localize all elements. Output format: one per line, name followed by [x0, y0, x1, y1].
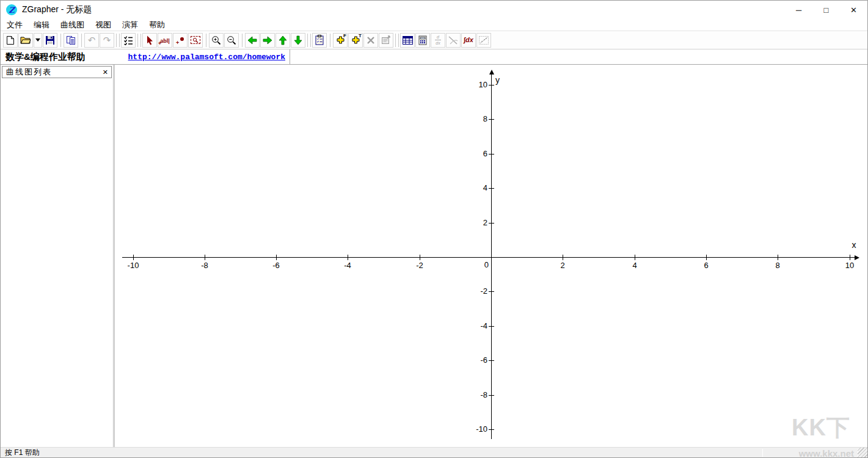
curve-properties-button[interactable] — [379, 33, 393, 48]
y-tick-label: -2 — [469, 286, 487, 296]
graph-properties-button[interactable] — [312, 33, 327, 48]
x-tick-label: -8 — [194, 261, 216, 270]
zoom-in-icon — [211, 35, 221, 45]
ad-banner-spacer — [290, 49, 867, 64]
menu-edit[interactable]: 编辑 — [28, 19, 55, 31]
open-file-button[interactable] — [18, 33, 33, 48]
label-tool-button[interactable]: abl| + — [158, 33, 172, 48]
plot-area[interactable]: KK下载 xy-10-8-6-4-2246810-10-8-6-4-224681… — [115, 65, 867, 447]
x-tick — [850, 255, 850, 260]
zoom-out-icon — [227, 35, 236, 45]
curve-list-panel: 曲线图列表 ✕ — [1, 65, 113, 447]
pan-right-button[interactable] — [260, 33, 275, 48]
menu-view[interactable]: 视图 — [90, 19, 117, 31]
pan-up-button[interactable] — [275, 33, 290, 48]
curve-list[interactable] — [1, 78, 113, 447]
menu-graph[interactable]: 曲线图 — [55, 19, 90, 31]
toolbar-separator — [116, 34, 117, 47]
point-tool-icon: + — [176, 36, 184, 45]
toolbar-separator — [310, 34, 311, 47]
panel-close-icon[interactable]: ✕ — [103, 69, 108, 76]
x-tick-label: 6 — [695, 261, 717, 270]
y-tick-label: -6 — [469, 355, 487, 365]
x-axis-label: x — [848, 240, 860, 250]
zoom-region-icon — [191, 36, 200, 44]
undo-button[interactable]: ↶ — [84, 33, 99, 48]
watermark-logo: KK下载 — [792, 412, 867, 447]
close-button[interactable]: ✕ — [840, 1, 867, 19]
zoom-in-button[interactable] — [209, 33, 224, 48]
x-tick — [420, 255, 420, 260]
y-tick — [489, 326, 494, 327]
calculator-button[interactable] — [415, 33, 430, 48]
ad-banner: 数学&编程作业帮助 http://www.palamsoft.com/homew… — [1, 49, 867, 65]
integral-button[interactable]: ∫dx — [461, 33, 476, 48]
toolbar: ↶ ↷ abl| + — [1, 31, 867, 49]
regression-button[interactable] — [476, 33, 491, 48]
curve-list-panel-title: 曲线图列表 — [6, 67, 52, 78]
copy-button[interactable] — [64, 33, 78, 48]
save-icon — [45, 35, 55, 45]
minimize-button[interactable]: ─ — [785, 1, 812, 19]
checklist-icon — [123, 35, 133, 45]
x-tick-label: -10 — [122, 261, 144, 270]
add-function-badge: F — [343, 34, 346, 38]
curve-list-button[interactable] — [121, 33, 136, 48]
redo-icon: ↷ — [103, 35, 111, 45]
y-tick-label: 4 — [469, 183, 487, 192]
y-tick-label: 8 — [469, 114, 487, 123]
y-axis-label: y — [495, 75, 500, 85]
y-tick — [489, 360, 494, 361]
new-file-button[interactable] — [3, 33, 18, 48]
zoom-out-button[interactable] — [224, 33, 239, 48]
arrow-up-icon — [278, 35, 288, 45]
save-button[interactable] — [43, 33, 57, 48]
y-tick — [489, 154, 494, 154]
derivative-button[interactable]: d dx — [431, 33, 445, 48]
add-table-badge: T — [359, 34, 362, 38]
window-controls: ─ □ ✕ — [785, 1, 867, 19]
select-tool-button[interactable] — [142, 33, 157, 48]
toolbar-separator — [140, 34, 141, 47]
ad-banner-link[interactable]: http://www.palamsoft.com/homework — [128, 53, 285, 62]
add-function-button[interactable]: F — [333, 33, 348, 48]
regression-icon — [479, 36, 489, 45]
toolbar-separator — [307, 34, 308, 47]
resize-grip[interactable] — [858, 448, 867, 457]
x-tick-label: -4 — [337, 261, 359, 270]
pan-down-button[interactable] — [291, 33, 305, 48]
y-tick-label: -10 — [469, 424, 487, 434]
x-tick — [778, 255, 778, 260]
main-area: 曲线图列表 ✕ KK下载 xy-10-8-6-4-2246810-10-8-6-… — [1, 65, 867, 447]
toolbar-separator — [330, 34, 330, 47]
app-icon[interactable]: Z — [6, 4, 17, 15]
x-tick-label: 8 — [767, 261, 789, 270]
x-tick — [348, 255, 348, 260]
origin-label: 0 — [481, 260, 489, 269]
zoom-region-button[interactable] — [188, 33, 203, 48]
delete-curve-button[interactable] — [363, 33, 378, 48]
maximize-button[interactable]: □ — [812, 1, 840, 19]
tangent-button[interactable] — [446, 33, 461, 48]
pan-left-button[interactable] — [245, 33, 260, 48]
status-bar: 按 F1 帮助 www.kkx.net — [1, 447, 867, 457]
curve-list-panel-header: 曲线图列表 ✕ — [2, 66, 112, 78]
y-tick — [489, 291, 494, 292]
toolbar-separator — [206, 34, 206, 47]
table-values-button[interactable] — [400, 33, 415, 48]
menu-file[interactable]: 文件 — [1, 19, 28, 31]
label-tool-icon: abl| + — [159, 35, 170, 45]
open-dropdown-button[interactable] — [34, 33, 42, 48]
point-tool-button[interactable]: + — [173, 33, 188, 48]
clipboard-list-icon — [315, 35, 324, 45]
toolbar-separator — [60, 34, 61, 47]
add-table-button[interactable]: T — [348, 33, 363, 48]
redo-button[interactable]: ↷ — [100, 33, 114, 48]
x-tick-label: -2 — [409, 261, 431, 270]
x-tick-label: 2 — [552, 261, 574, 270]
x-tick — [706, 255, 707, 260]
table-icon — [403, 36, 413, 45]
x-axis-arrow — [855, 255, 859, 260]
menu-help[interactable]: 帮助 — [144, 19, 170, 31]
menu-calc[interactable]: 演算 — [117, 19, 144, 31]
